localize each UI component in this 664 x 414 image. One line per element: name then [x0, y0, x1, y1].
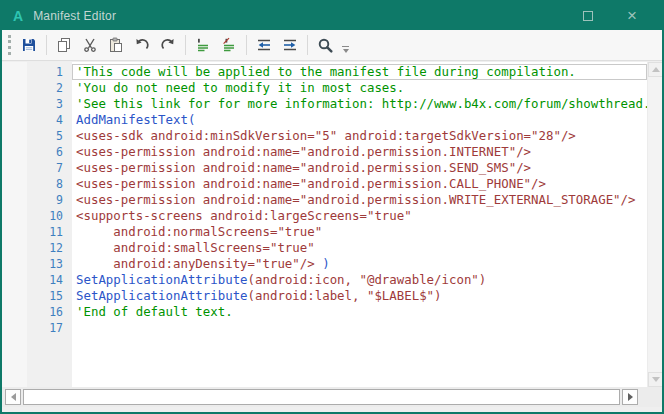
line-number: 1 [27, 64, 72, 80]
code-token-xml: <uses-permission android:name="android.p… [76, 160, 531, 175]
code-line-17[interactable] [72, 320, 647, 336]
code-line-10[interactable]: <supports-screens android:largeScreens="… [72, 208, 647, 224]
line-number: 5 [27, 128, 72, 144]
outdent-icon [255, 37, 273, 53]
toolbar-button-save[interactable] [17, 33, 41, 57]
horizontal-scrollbar-thumb[interactable] [23, 389, 620, 405]
code-line-1[interactable]: 'This code will be applied to the manife… [72, 64, 647, 80]
comment-lines-icon [195, 37, 211, 53]
scroll-right-button[interactable] [622, 389, 638, 405]
indent-icon [281, 37, 299, 53]
vertical-scrollbar[interactable] [647, 62, 662, 387]
toolbar-button-comment[interactable] [191, 33, 215, 57]
code-token-keyword: AddManifestText( [76, 112, 195, 127]
toolbar-overflow-button[interactable] [342, 46, 349, 53]
line-number: 3 [27, 96, 72, 112]
scroll-left-button[interactable] [5, 389, 21, 405]
uncomment-lines-icon [221, 37, 237, 53]
triangle-up-icon [652, 67, 660, 72]
code-editor[interactable]: 1234567891011121314151617 'This code wil… [2, 62, 662, 387]
code-line-15[interactable]: SetApplicationAttribute(android:label, "… [72, 288, 647, 304]
code-line-2[interactable]: 'You do not need to modify it in most ca… [72, 80, 647, 96]
line-number: 14 [27, 272, 72, 288]
code-token-comment: 'See this link for for more information:… [76, 96, 647, 111]
toolbar-button-paste[interactable] [104, 33, 128, 57]
line-number: 8 [27, 176, 72, 192]
line-number: 4 [27, 112, 72, 128]
overflow-bar-icon [342, 46, 349, 47]
close-button[interactable]: × [618, 2, 646, 30]
code-token-xml: <uses-permission android:name="android.p… [76, 192, 636, 207]
window-controls: × [574, 2, 662, 30]
redo-arrow-icon [160, 37, 176, 53]
code-line-11[interactable]: android:normalScreens="true" [72, 224, 647, 240]
code-line-14[interactable]: SetApplicationAttribute(android:icon, "@… [72, 272, 647, 288]
code-line-13[interactable]: android:anyDensity="true"/> ) [72, 256, 647, 272]
code-line-4[interactable]: AddManifestText( [72, 112, 647, 128]
scroll-up-button[interactable] [648, 62, 663, 77]
line-number: 11 [27, 224, 72, 240]
titlebar[interactable]: A Manifest Editor × [2, 2, 662, 30]
toolbar-separator [46, 35, 47, 55]
horizontal-scrollbar[interactable] [2, 387, 662, 407]
scissors-icon [82, 37, 98, 53]
code-line-9[interactable]: <uses-permission android:name="android.p… [72, 192, 647, 208]
line-number: 17 [27, 320, 72, 336]
line-number: 13 [27, 256, 72, 272]
line-number: 16 [27, 304, 72, 320]
window-title: Manifest Editor [33, 9, 116, 23]
code-token-xml: android:normalScreens="true" [76, 224, 322, 239]
code-token-comment: 'End of default text. [76, 304, 233, 319]
code-token-xml: android:smallScreens="true" [76, 240, 315, 255]
code-line-5[interactable]: <uses-sdk android:minSdkVersion="5" andr… [72, 128, 647, 144]
undo-arrow-icon [134, 37, 150, 53]
toolbar-button-uncomment[interactable] [217, 33, 241, 57]
toolbar-separator [307, 35, 308, 55]
code-area[interactable]: 'This code will be applied to the manife… [72, 62, 647, 387]
toolbar-button-copy[interactable] [52, 33, 76, 57]
toolbar-button-cut[interactable] [78, 33, 102, 57]
code-token-xml: <uses-sdk android:minSdkVersion="5" andr… [76, 128, 576, 143]
code-token-keyword: SetApplicationAttribute [76, 288, 248, 303]
toolbar-buttons [16, 33, 338, 57]
app-logo: A [13, 8, 23, 24]
toolbar-button-indent[interactable] [278, 33, 302, 57]
toolbar-button-outdent[interactable] [252, 33, 276, 57]
line-number-gutter: 1234567891011121314151617 [27, 62, 72, 387]
code-token-comment: 'This code will be applied to the manife… [76, 64, 576, 79]
line-number: 9 [27, 192, 72, 208]
magnifier-icon [317, 37, 334, 54]
triangle-down-icon [652, 377, 660, 382]
code-line-3[interactable]: 'See this link for for more information:… [72, 96, 647, 112]
code-token-xml: (android:icon, "@drawable/icon") [248, 272, 487, 287]
line-number: 6 [27, 144, 72, 160]
code-line-16[interactable]: 'End of default text. [72, 304, 647, 320]
code-line-7[interactable]: <uses-permission android:name="android.p… [72, 160, 647, 176]
manifest-editor-window: A Manifest Editor × 12345678910111213141… [0, 0, 664, 414]
line-number: 10 [27, 208, 72, 224]
toolbar-grip-handle[interactable] [8, 35, 11, 55]
clipboard-icon [108, 37, 124, 53]
code-line-6[interactable]: <uses-permission android:name="android.p… [72, 144, 647, 160]
line-number: 15 [27, 288, 72, 304]
close-icon: × [627, 11, 637, 21]
code-token-xml: <supports-screens android:largeScreens="… [76, 208, 412, 223]
code-line-12[interactable]: android:smallScreens="true" [72, 240, 647, 256]
line-number: 12 [27, 240, 72, 256]
code-token-keyword: SetApplicationAttribute [76, 272, 248, 287]
toolbar-separator [185, 35, 186, 55]
code-token-xml: android:anyDensity="true"/> [76, 256, 322, 271]
code-token-xml: (android:label, "$LABEL$") [248, 288, 442, 303]
triangle-left-icon [11, 393, 16, 401]
toolbar-button-undo[interactable] [130, 33, 154, 57]
copy-icon [56, 37, 72, 53]
scroll-down-button[interactable] [648, 372, 663, 387]
maximize-icon [583, 11, 593, 21]
code-line-8[interactable]: <uses-permission android:name="android.p… [72, 176, 647, 192]
maximize-button[interactable] [574, 2, 602, 30]
line-number: 7 [27, 160, 72, 176]
toolbar [2, 30, 662, 61]
toolbar-button-search[interactable] [313, 33, 337, 57]
toolbar-button-redo[interactable] [156, 33, 180, 57]
breakpoint-margin [2, 62, 27, 387]
